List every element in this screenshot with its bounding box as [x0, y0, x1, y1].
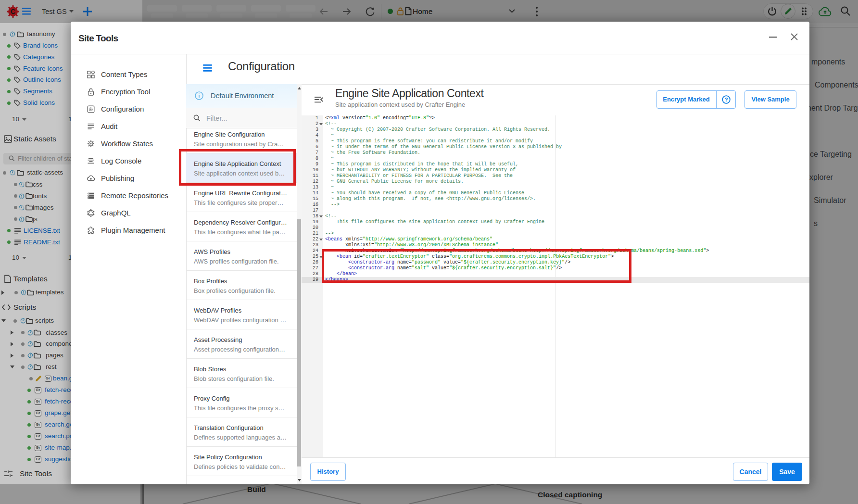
svg-text:?: ?	[724, 97, 728, 102]
